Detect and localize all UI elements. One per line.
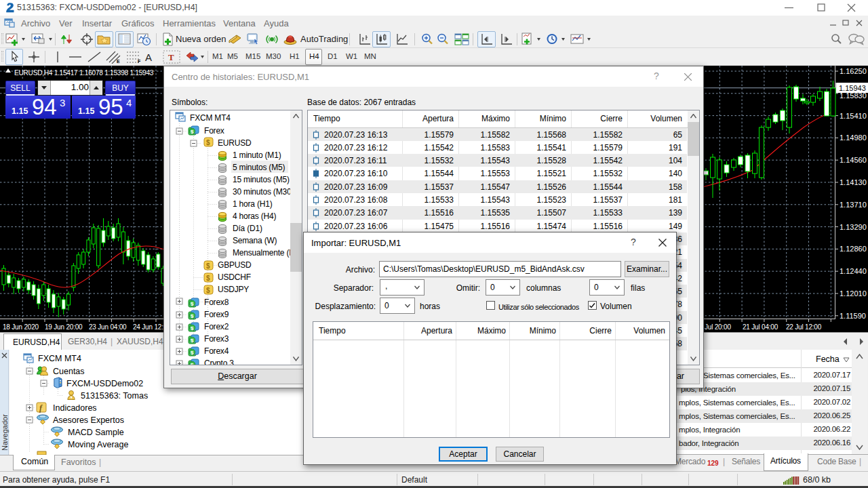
svg-text:1.13710: 1.13710 (840, 201, 867, 209)
svg-text:Forex: Forex (204, 126, 224, 136)
svg-text:Forex9: Forex9 (204, 310, 229, 319)
svg-text:Moving Average: Moving Average (68, 440, 128, 449)
svg-text:Cuentas: Cuentas (53, 367, 85, 376)
svg-text:EURUSD: EURUSD (218, 138, 252, 148)
svg-text:Mensualmente (M: Mensualmente (M (233, 248, 296, 258)
svg-text:1.15943: 1.15943 (839, 84, 866, 92)
svg-text:18 Jun 2020: 18 Jun 2020 (3, 323, 39, 331)
svg-text:1.14560: 1.14560 (840, 156, 867, 164)
svg-text:Forex8: Forex8 (204, 298, 229, 307)
svg-text:Crypto 3: Crypto 3 (204, 359, 234, 365)
svg-text:Forex2: Forex2 (204, 322, 229, 331)
svg-text:15 minutos (M5): 15 minutos (M5) (233, 175, 290, 184)
svg-text:30 minutos (M30): 30 minutos (M30) (233, 187, 294, 197)
svg-text:23 Jun 04:00: 23 Jun 04:00 (89, 323, 127, 331)
svg-text:USDCHF: USDCHF (218, 272, 251, 282)
svg-text:FXCM-USDDemo02: FXCM-USDDemo02 (66, 379, 143, 388)
svg-text:Asesores Expertos: Asesores Expertos (53, 415, 124, 425)
svg-text:T: T (168, 52, 174, 62)
svg-text:Jul 20:00: Jul 20:00 (705, 323, 731, 331)
svg-text:1.12860: 1.12860 (840, 245, 867, 253)
svg-text:51315363: Tomas: 51315363: Tomas (81, 391, 148, 401)
svg-text:4 horas (H4): 4 horas (H4) (233, 211, 276, 221)
svg-text:1.12440: 1.12440 (840, 267, 867, 275)
svg-text:Forex4: Forex4 (204, 346, 229, 356)
svg-text:1 hora (H1): 1 hora (H1) (233, 199, 273, 209)
svg-text:1 minuto (M1): 1 minuto (M1) (233, 150, 281, 160)
svg-text:22 Jul 12:00: 22 Jul 12:00 (786, 323, 822, 331)
svg-text:Día (D1): Día (D1) (233, 224, 262, 233)
svg-text:USDJPY: USDJPY (218, 285, 249, 294)
svg-text:1.12010: 1.12010 (840, 289, 867, 298)
svg-text:MACD Sample: MACD Sample (68, 428, 124, 437)
svg-text:5 minutos (M5): 5 minutos (M5) (233, 163, 285, 172)
svg-text:Semana (W): Semana (W) (233, 236, 277, 245)
svg-text:FXCM MT4: FXCM MT4 (190, 113, 231, 123)
svg-text:21 Jul 04:00: 21 Jul 04:00 (743, 323, 778, 331)
svg-text:1.13290: 1.13290 (840, 223, 867, 231)
svg-text:FXCM MT4: FXCM MT4 (38, 354, 81, 363)
svg-text:Forex3: Forex3 (204, 334, 229, 344)
svg-text:EURUSD,H4 1.15417 1.16078 1.1: EURUSD,H4 1.15417 1.16078 1.15398 1.1594… (14, 69, 154, 77)
svg-text:1.14980: 1.14980 (840, 134, 867, 142)
svg-text:1.14130: 1.14130 (840, 178, 867, 186)
svg-text:E: E (117, 59, 120, 64)
svg-text:GBPUSD: GBPUSD (218, 260, 252, 270)
svg-text:1.15410: 1.15410 (840, 112, 867, 120)
svg-text:F: F (138, 59, 141, 64)
svg-text:1.16250: 1.16250 (840, 67, 867, 75)
svg-text:1.11590: 1.11590 (840, 312, 866, 320)
svg-text:Indicadores: Indicadores (53, 403, 97, 413)
svg-text:19 Jun 20:00: 19 Jun 20:00 (45, 323, 83, 331)
